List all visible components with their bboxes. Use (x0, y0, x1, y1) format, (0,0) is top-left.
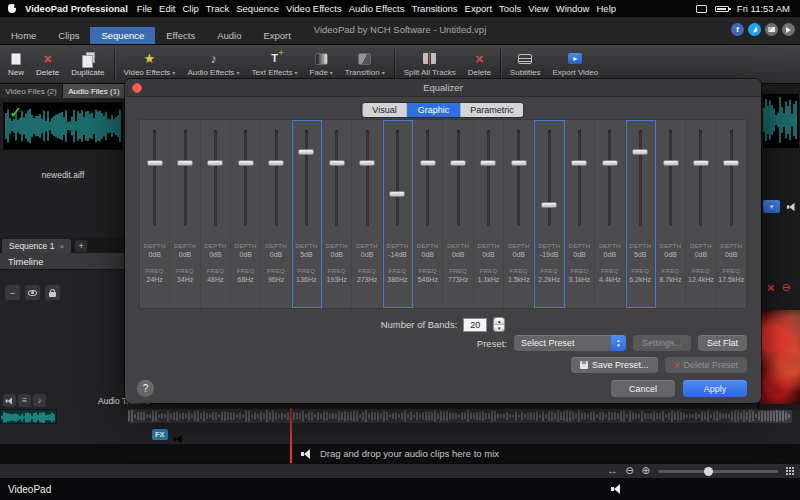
eq-slider-handle[interactable] (480, 160, 496, 166)
tab-audio[interactable]: Audio (206, 27, 252, 44)
eq-slider-track[interactable] (608, 130, 611, 226)
eq-slider-handle[interactable] (450, 160, 466, 166)
toolbar-video-effects-button[interactable]: ★Video Effects▾ (118, 47, 182, 82)
toolbar-split-all-tracks-button[interactable]: Split All Tracks (398, 47, 462, 82)
eq-slider-track[interactable] (275, 130, 278, 226)
eq-slider-track[interactable] (699, 130, 702, 226)
bin-tab-video-files[interactable]: Video Files (2) (0, 84, 63, 98)
track-speaker-icon[interactable] (174, 435, 183, 444)
zoom-out-icon[interactable]: ⊖ (625, 466, 633, 476)
grid-view-icon[interactable] (786, 467, 788, 469)
eq-slider-track[interactable] (578, 130, 581, 226)
close-tab-icon[interactable]: × (59, 242, 64, 251)
tab-sequence[interactable]: Sequence (90, 27, 155, 44)
delete-preset-button[interactable]: × Delete Preset (665, 357, 747, 373)
timeline-zoom-slider[interactable] (658, 470, 778, 473)
mute-icon[interactable]: ⊖ (782, 281, 791, 294)
number-of-bands-value[interactable]: 20 (463, 318, 487, 332)
sequence-tab[interactable]: Sequence 1 × (2, 239, 71, 253)
toolbar-delete-button[interactable]: ×Delete (462, 47, 497, 82)
stepper-down-icon[interactable]: ▼ (494, 324, 504, 331)
remove-icon[interactable]: × (767, 280, 775, 295)
cancel-button[interactable]: Cancel (611, 380, 675, 397)
eq-slider-handle[interactable] (723, 160, 739, 166)
eq-slider-handle[interactable] (389, 191, 405, 197)
audio-clip-thumbnail[interactable]: ✓ (3, 102, 123, 150)
track-mixer-icon[interactable] (18, 394, 31, 407)
eq-slider-handle[interactable] (693, 160, 709, 166)
menu-file[interactable]: File (137, 3, 152, 14)
menu-export[interactable]: Export (465, 3, 492, 14)
eq-slider-track[interactable] (184, 130, 187, 226)
eq-slider-handle[interactable] (329, 160, 345, 166)
eq-slider-handle[interactable] (632, 149, 648, 155)
preview-speaker-icon[interactable] (787, 202, 796, 211)
menu-bar-clock[interactable]: Fri 11:53 AM (737, 3, 790, 14)
timeline-playhead[interactable] (290, 408, 292, 463)
number-of-bands-stepper[interactable]: ▲ ▼ (493, 317, 505, 332)
eq-slider-handle[interactable] (359, 160, 375, 166)
track-audio-icon[interactable] (33, 394, 46, 407)
horizontal-scroll-icon[interactable]: ↔ (607, 466, 617, 476)
download-icon[interactable]: ▼ (763, 200, 780, 213)
eq-slider-track[interactable] (396, 130, 399, 226)
preset-select[interactable]: Select Preset ▲▼ (514, 335, 626, 351)
zoom-slider-knob[interactable] (704, 467, 713, 476)
tab-visual[interactable]: Visual (362, 103, 407, 117)
track-visibility-icon[interactable] (25, 285, 40, 300)
set-flat-button[interactable]: Set Flat (698, 335, 747, 351)
apply-button[interactable]: Apply (683, 380, 747, 397)
fx-button[interactable]: FX (152, 429, 168, 440)
clip-thumbnail-partial[interactable] (763, 94, 799, 148)
audio-clip-name[interactable]: newedit.aiff (0, 170, 126, 180)
share-icon[interactable] (782, 23, 795, 36)
menu-tools[interactable]: Tools (499, 3, 521, 14)
eq-slider-track[interactable] (153, 130, 156, 226)
menu-video-effects[interactable]: Video Effects (286, 3, 342, 14)
eq-slider-handle[interactable] (177, 160, 193, 166)
eq-slider-handle[interactable] (238, 160, 254, 166)
tab-home[interactable]: Home (0, 27, 47, 44)
email-icon[interactable] (765, 23, 778, 36)
menu-app-name[interactable]: VideoPad Professional (25, 3, 128, 14)
menu-transitions[interactable]: Transitions (412, 3, 458, 14)
menu-help[interactable]: Help (596, 3, 616, 14)
toolbar-audio-effects-button[interactable]: ♪Audio Effects▾ (181, 47, 245, 82)
eq-slider-track[interactable] (669, 130, 672, 226)
tab-export[interactable]: Export (252, 27, 301, 44)
menu-view[interactable]: View (528, 3, 548, 14)
toolbar-duplicate-button[interactable]: Duplicate (65, 47, 110, 82)
bin-tab-audio-files[interactable]: Audio Files (1) (63, 84, 126, 98)
menu-track[interactable]: Track (206, 3, 229, 14)
toolbar-new-button[interactable]: New (2, 47, 30, 82)
track-mute-icon[interactable] (3, 394, 16, 407)
tab-effects[interactable]: Effects (155, 27, 206, 44)
toolbar-transition-button[interactable]: Transition▾ (339, 47, 391, 82)
eq-slider-handle[interactable] (571, 160, 587, 166)
eq-slider-track[interactable] (305, 130, 308, 226)
toolbar-subtitles-button[interactable]: Subtitles (504, 47, 547, 82)
eq-slider-handle[interactable] (268, 160, 284, 166)
audio-mix-drop-area[interactable]: Drag and drop your audio clips here to m… (0, 444, 800, 463)
eq-slider-handle[interactable] (420, 160, 436, 166)
apple-menu-icon[interactable] (8, 4, 16, 13)
settings-button[interactable]: Settings... (633, 335, 691, 351)
eq-slider-track[interactable] (639, 130, 642, 226)
eq-slider-handle[interactable] (541, 202, 557, 208)
toolbar-export-video-button[interactable]: ▸Export Video (547, 47, 605, 82)
eq-slider-handle[interactable] (207, 160, 223, 166)
facebook-icon[interactable]: f (731, 23, 744, 36)
display-icon[interactable] (696, 5, 707, 13)
eq-slider-track[interactable] (335, 130, 338, 226)
eq-slider-track[interactable] (366, 130, 369, 226)
audio-clip-1[interactable] (0, 409, 57, 424)
eq-slider-track[interactable] (548, 130, 551, 226)
toolbar-fade-button[interactable]: Fade▾ (304, 47, 339, 82)
eq-slider-track[interactable] (730, 130, 733, 226)
eq-slider-handle[interactable] (602, 160, 618, 166)
menu-sequence[interactable]: Sequence (236, 3, 279, 14)
track-lock-icon[interactable] (45, 285, 60, 300)
help-button[interactable]: ? (137, 380, 154, 397)
eq-slider-track[interactable] (487, 130, 490, 226)
save-preset-button[interactable]: Save Preset... (571, 357, 658, 373)
